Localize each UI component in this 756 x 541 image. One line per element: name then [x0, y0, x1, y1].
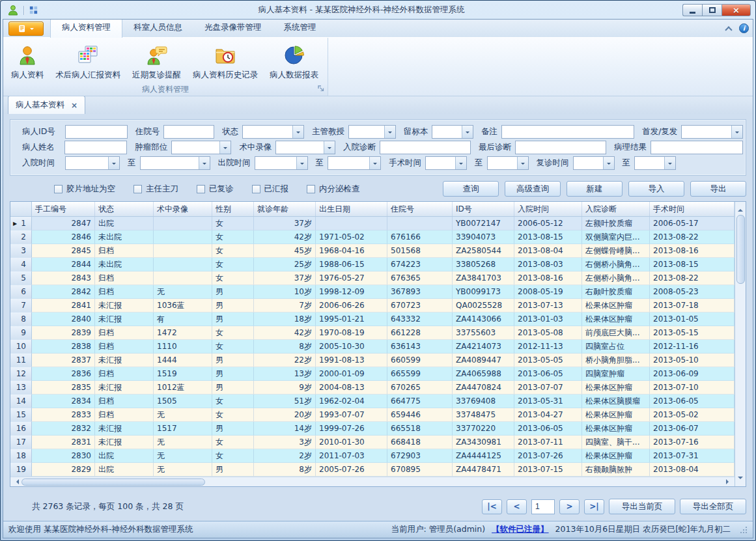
checkbox-box[interactable]	[252, 185, 260, 193]
ribbon-tab-disc-video-management[interactable]: 光盘录像带管理	[193, 19, 273, 37]
scroll-down-icon[interactable]	[738, 477, 743, 482]
table-row[interactable]: 52843归档女37岁1976-05-27676365ZA38417032013…	[10, 271, 735, 285]
checkbox-endocrine-exam[interactable]: 内分泌检查	[307, 184, 360, 195]
table-row[interactable]: 72841未汇报1036蓝男7岁2006-06-26670723QA002552…	[10, 299, 735, 312]
table-row[interactable]: 162832未汇报1517男14岁1999-07-266655183377022…	[10, 422, 735, 436]
dropdown-button[interactable]	[108, 157, 119, 169]
ribbon-button-postop-report-data[interactable]: 术后病人汇报资料	[50, 41, 126, 83]
app-logo-icon[interactable]	[7, 5, 19, 16]
table-row[interactable]: 62842归档无男10岁1998-12-09367893YB0099173200…	[10, 285, 735, 299]
filter-select-revisit-date-to[interactable]	[634, 156, 676, 170]
filter-select-professor[interactable]	[348, 125, 396, 139]
export-all-pages-button[interactable]: 导出全部页	[680, 499, 746, 514]
column-header-manual-no[interactable]: 手工编号	[32, 202, 95, 216]
action-button-new[interactable]: 新建	[567, 181, 623, 197]
filter-select-tumor-site[interactable]	[171, 141, 231, 154]
column-header-surgery-video[interactable]: 术中录像	[154, 202, 212, 216]
action-button-export[interactable]: 导出	[690, 181, 746, 197]
filter-select-first-recurrence[interactable]	[681, 125, 743, 139]
dropdown-button[interactable]	[369, 157, 380, 169]
horizontal-scroll-thumb[interactable]	[21, 479, 205, 486]
filter-select-surgery-date-to[interactable]	[487, 156, 529, 170]
checkbox-box[interactable]	[197, 185, 205, 193]
checkbox-revisited[interactable]: 已复诊	[197, 184, 234, 195]
scroll-up-icon[interactable]	[738, 206, 743, 212]
dropdown-button[interactable]	[664, 157, 675, 169]
dropdown-button[interactable]	[199, 157, 210, 169]
table-row[interactable]: 192829出院无男8岁2005-07-26670895ZA4478471201…	[10, 463, 735, 477]
ribbon-button-revisit-reminder[interactable]: 近期复诊提醒	[127, 41, 186, 83]
table-row[interactable]: 82840未汇报有男18岁1995-01-21643332ZA414306620…	[10, 312, 735, 326]
table-row[interactable]: 182830出院无女2岁2011-07-03672903ZA4444125201…	[10, 449, 735, 463]
doc-tab-close-icon[interactable]: ×	[71, 101, 77, 110]
page-input[interactable]	[531, 499, 555, 514]
vertical-scrollbar[interactable]	[735, 202, 746, 486]
filter-input-inpatient-no[interactable]	[163, 125, 214, 139]
scroll-right-icon[interactable]	[726, 479, 731, 484]
filter-input-pathology-result[interactable]	[651, 141, 743, 154]
dropdown-button[interactable]	[296, 157, 307, 169]
table-row[interactable]: 92839归档1472女42岁1970-08-19661228337556032…	[10, 326, 735, 340]
ribbon-tab-department-staff-info[interactable]: 科室人员信息	[122, 19, 193, 37]
dropdown-button[interactable]	[455, 157, 466, 169]
dropdown-button[interactable]	[324, 141, 335, 154]
checkbox-chief-surgeon[interactable]: 主任主刀	[133, 184, 178, 195]
filter-input-patient-name[interactable]	[64, 141, 127, 154]
column-header-inpatient-no[interactable]: 住院号	[387, 202, 453, 216]
export-current-page-button[interactable]: 导出当前页	[609, 499, 675, 514]
maximize-button[interactable]	[702, 4, 721, 16]
filter-select-status[interactable]	[242, 125, 304, 139]
column-header-admission-diagnosis[interactable]: 入院诊断	[582, 202, 650, 216]
table-row[interactable]: 42844未出院女25岁1988-06-15674223338052682013…	[10, 258, 735, 271]
filter-select-surgery-date-from[interactable]	[425, 156, 467, 170]
close-button[interactable]: ×	[721, 4, 751, 16]
dropdown-button[interactable]	[462, 126, 473, 138]
last-page-button[interactable]: >|	[584, 499, 604, 514]
filter-select-specimen[interactable]	[432, 125, 473, 139]
first-page-button[interactable]: |<	[482, 499, 502, 514]
filter-select-discharge-date-from[interactable]	[255, 156, 308, 170]
table-row[interactable]: 132835未汇报1012蓝男9岁2004-08-13670265ZA44708…	[10, 381, 735, 395]
table-row[interactable]: 142834归档1505女51岁1962-02-0466477533769408…	[10, 395, 735, 408]
column-header-sex[interactable]: 性别	[212, 202, 254, 216]
filter-input-admission-diagnosis[interactable]	[380, 141, 471, 154]
filter-select-discharge-date-to[interactable]	[328, 156, 381, 170]
column-header-admission-date[interactable]: 入院时间	[514, 202, 582, 216]
layout-icon[interactable]	[29, 5, 38, 15]
table-row[interactable]: 112837未汇报1444男22岁1991-08-13660599ZA40894…	[10, 354, 735, 367]
ribbon-button-patient-data[interactable]: 病人资料	[6, 41, 49, 83]
dropdown-button[interactable]	[603, 157, 614, 169]
table-row[interactable]: 32845归档女45岁1968-04-16501568ZA25805442013…	[10, 244, 735, 258]
app-menu-button[interactable]	[8, 21, 44, 36]
filter-input-patient-id[interactable]	[65, 125, 128, 139]
group-dialog-launcher-icon[interactable]	[318, 85, 324, 94]
table-row[interactable]: 102838归档1110女8岁2005-10-30636143ZA4214073…	[10, 340, 735, 354]
minimize-button[interactable]	[682, 4, 702, 16]
horizontal-scrollbar[interactable]	[10, 477, 735, 486]
dropdown-button[interactable]	[731, 126, 742, 138]
table-row[interactable]: 22846未出院女42岁1971-05-02676166339040732013…	[10, 230, 735, 244]
info-icon[interactable]: i	[739, 23, 749, 33]
column-header-status[interactable]: 状态	[95, 202, 154, 216]
action-button-query[interactable]: 查询	[443, 181, 499, 197]
checkbox-film-address-empty[interactable]: 胶片地址为空	[54, 184, 115, 195]
table-row[interactable]: ▶12847出院女37岁YB00721472006-05-12左额叶胶质瘤200…	[10, 217, 735, 230]
ribbon-button-patient-history-log[interactable]: 病人资料历史记录	[188, 41, 263, 83]
filter-select-revisit-date-from[interactable]	[573, 156, 615, 170]
ribbon-tab-system-management[interactable]: 系统管理	[273, 19, 328, 37]
vertical-scroll-thumb[interactable]	[736, 215, 745, 284]
resize-grip[interactable]	[740, 526, 748, 534]
checkbox-box[interactable]	[54, 185, 63, 193]
scroll-left-icon[interactable]	[14, 479, 19, 484]
table-row[interactable]: 172831未汇报无女3岁2010-01-30668418ZA343098120…	[10, 436, 735, 449]
registered-link[interactable]: 【软件已注册】	[492, 524, 549, 535]
action-button-import[interactable]: 导入	[628, 181, 684, 197]
checkbox-reported[interactable]: 已汇报	[252, 184, 289, 195]
column-header-id-no[interactable]: ID号	[453, 202, 514, 216]
dropdown-button[interactable]	[517, 157, 528, 169]
ribbon-tab-patient-data-management[interactable]: 病人资料管理	[50, 19, 122, 38]
doc-tab-patient-basic[interactable]: 病人基本资料 ×	[8, 96, 85, 114]
checkbox-box[interactable]	[133, 185, 142, 193]
filter-select-admission-date-to[interactable]	[140, 156, 210, 170]
ribbon-collapse-icon[interactable]	[725, 26, 732, 33]
